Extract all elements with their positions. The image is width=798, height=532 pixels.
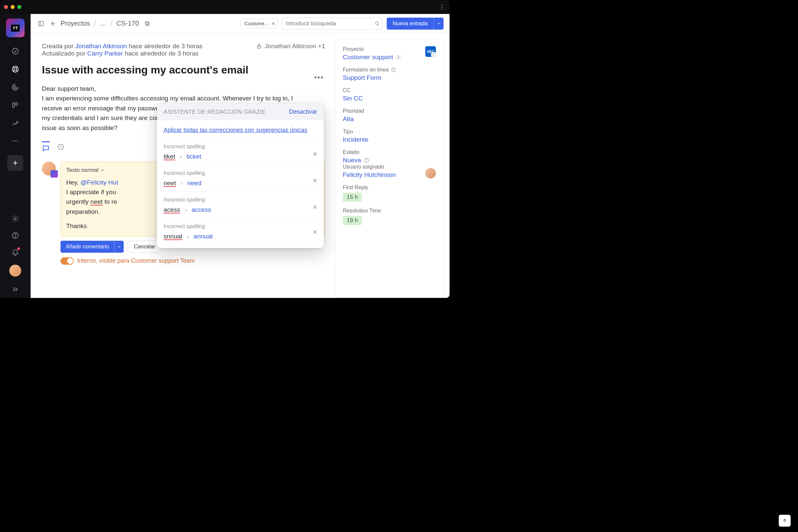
wrong-word: tiket	[164, 153, 175, 160]
issue-view: Creada por Jonathan Atkinson hace alrede…	[31, 33, 335, 298]
dismiss-suggestion-icon[interactable]: ✕	[312, 151, 317, 158]
arrow-right-icon: ›	[185, 206, 187, 213]
svg-rect-14	[145, 22, 148, 25]
internal-visibility-toggle[interactable]: Interno, visible para Customer support T…	[60, 258, 325, 265]
field-label: CC	[343, 88, 436, 93]
svg-rect-4	[13, 103, 14, 108]
search-context-chip[interactable]: Custome… ✕	[241, 19, 278, 28]
project-avatar: HEC	[425, 46, 436, 57]
chevron-down-icon[interactable]	[434, 18, 443, 30]
radar-icon[interactable]	[11, 83, 19, 91]
zoom-icon[interactable]	[17, 5, 21, 9]
field-label: Formulario en línea	[343, 67, 436, 73]
mention[interactable]: @Felicity Hut	[80, 179, 118, 186]
current-user-avatar[interactable]	[9, 265, 21, 277]
wrong-word: neet	[164, 179, 176, 187]
svg-point-22	[366, 159, 367, 159]
minimize-icon[interactable]	[11, 5, 15, 9]
svg-rect-13	[146, 23, 149, 25]
assignee-field[interactable]: Felicity Hutchinson	[343, 171, 396, 178]
correct-word[interactable]: access	[191, 206, 211, 213]
arrow-right-icon: ›	[180, 179, 183, 187]
popup-title: ASISTENTE DE REDACCIÓN GRAZIE	[164, 109, 265, 115]
correct-word[interactable]: need	[187, 179, 201, 187]
dismiss-suggestion-icon[interactable]: ✕	[312, 177, 317, 184]
suggestion-row[interactable]: Incorrect spelling tiket›ticket ✕	[164, 139, 317, 165]
add-comment-label: Añadir comentario	[60, 244, 114, 250]
new-issue-label: Nueva entrada	[387, 21, 434, 26]
misspelled-word[interactable]: neet	[91, 198, 103, 205]
breadcrumb-projects[interactable]: Proyectos	[60, 20, 90, 27]
search-input[interactable]	[282, 18, 383, 30]
new-issue-button[interactable]: Nueva entrada	[387, 18, 443, 30]
toggle-switch[interactable]	[60, 258, 74, 265]
gear-icon[interactable]	[11, 215, 19, 223]
close-icon[interactable]: ✕	[271, 21, 275, 26]
gear-icon[interactable]	[396, 55, 401, 60]
cc-field[interactable]: Sin CC	[343, 95, 436, 102]
app-logo[interactable]: YT	[6, 19, 25, 37]
suggestion-row[interactable]: Incorrect spelling neet›need ✕	[164, 165, 317, 192]
dismiss-suggestion-icon[interactable]: ✕	[312, 229, 317, 236]
arrow-right-icon: ›	[187, 233, 189, 240]
help-icon[interactable]	[11, 231, 19, 240]
correct-word[interactable]: ticket	[187, 153, 201, 160]
add-comment-button[interactable]: Añadir comentario	[60, 241, 124, 253]
panel-icon[interactable]	[37, 19, 45, 28]
suggestion-row[interactable]: Incorrect spelling snnual›annual ✕	[164, 218, 317, 241]
visibility-text: Jonathan Atkinson +1	[265, 42, 325, 50]
apply-all-link[interactable]: Aplicar todas las correcciones con suger…	[164, 124, 317, 139]
creator-link[interactable]: Jonathan Atkinson	[75, 42, 127, 50]
svg-point-8	[17, 140, 18, 141]
suggestion-category: Incorrect spelling	[164, 196, 317, 203]
issue-actions-more-icon[interactable]: •••	[314, 73, 324, 82]
online-form-field[interactable]: Support Form	[343, 74, 436, 81]
internal-visibility-label: Interno, visible para Customer support T…	[77, 258, 195, 264]
dismiss-suggestion-icon[interactable]: ✕	[312, 204, 317, 211]
back-icon[interactable]	[49, 19, 57, 28]
tab-comments[interactable]	[42, 141, 50, 152]
cancel-button[interactable]: Cancelar	[128, 241, 162, 253]
breadcrumb-dots[interactable]: …	[100, 20, 107, 27]
suggestion-row[interactable]: Incorrect spelling acess›access ✕	[164, 192, 317, 218]
search-icon[interactable]	[374, 21, 380, 26]
chevron-down-icon[interactable]	[114, 241, 124, 253]
more-icon[interactable]	[11, 137, 19, 145]
sla-badge: 19 h	[343, 216, 362, 225]
svg-rect-16	[258, 46, 260, 48]
type-field[interactable]: Incidente	[343, 136, 436, 143]
svg-point-11	[15, 237, 16, 238]
tab-history[interactable]	[57, 143, 64, 151]
correct-word[interactable]: annual	[193, 233, 212, 240]
visibility-row[interactable]: Jonathan Atkinson +1	[256, 42, 325, 50]
reports-icon[interactable]	[11, 119, 19, 127]
svg-rect-12	[39, 21, 43, 25]
bell-icon[interactable]	[11, 248, 19, 256]
field-label: Estado	[343, 149, 436, 155]
svg-point-0	[12, 48, 18, 54]
field-label: Tipo	[343, 129, 436, 135]
svg-point-15	[375, 22, 378, 25]
copy-icon[interactable]	[143, 19, 152, 28]
grazie-assistant-popup: ASISTENTE DE REDACCIÓN GRAZIE Desactivar…	[157, 104, 324, 248]
state-field[interactable]: Nueva	[343, 157, 436, 164]
lifebuoy-icon[interactable]	[11, 65, 19, 73]
field-label: Prioridad	[343, 108, 436, 114]
project-field[interactable]: Customer support	[343, 54, 401, 61]
info-icon[interactable]	[364, 158, 369, 163]
create-button[interactable]	[7, 155, 23, 171]
svg-point-18	[398, 57, 399, 58]
updater-link[interactable]: Carry Parker	[87, 50, 123, 57]
help-icon[interactable]	[391, 67, 396, 73]
priority-field[interactable]: Alta	[343, 115, 436, 123]
window-controls	[4, 5, 21, 9]
updated-line: Actualizado por Carry Parker hace alrede…	[42, 50, 325, 57]
close-icon[interactable]	[4, 5, 8, 9]
wrong-word: acess	[164, 206, 180, 213]
board-icon[interactable]	[11, 101, 19, 109]
popup-disable-link[interactable]: Desactivar	[289, 108, 317, 115]
collapse-sidebar-icon[interactable]	[11, 285, 19, 293]
checkmark-circle-icon[interactable]	[11, 47, 19, 55]
kebab-menu-icon[interactable]: ⋮	[439, 3, 445, 11]
wrong-word: snnual	[164, 233, 182, 240]
